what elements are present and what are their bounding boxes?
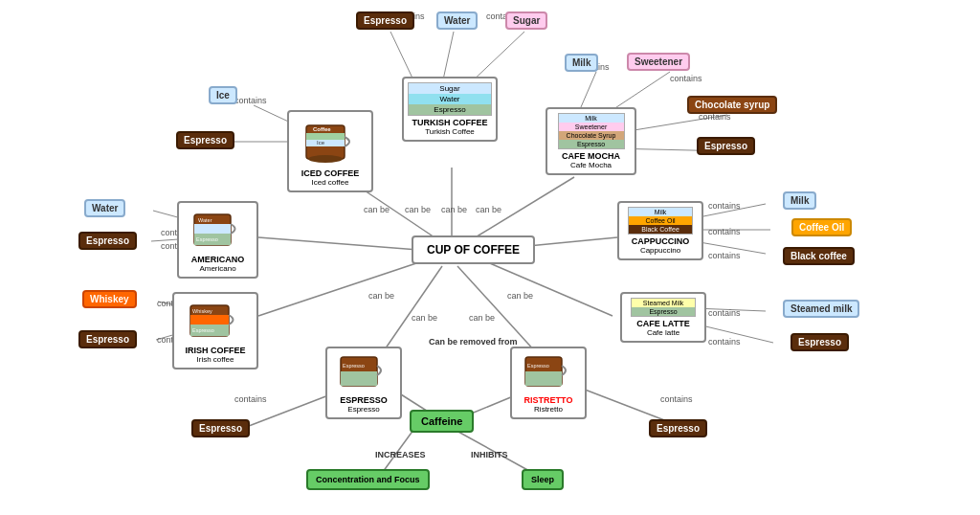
- svg-text:contains: contains: [234, 96, 267, 105]
- cafe-mocha-node: Milk Sweetener Chocolate Syrup Espresso …: [546, 107, 636, 175]
- ristretto-node: Espresso RISTRETTO Ristretto: [510, 347, 587, 419]
- sleep-label: Sleep: [531, 475, 554, 484]
- svg-text:contains: contains: [670, 74, 702, 83]
- center-label: CUP OF COFFEE: [427, 243, 520, 257]
- svg-text:Espresso: Espresso: [196, 236, 218, 242]
- svg-line-13: [383, 426, 416, 472]
- espresso-tag-top: Espresso: [356, 11, 414, 30]
- milk-tag-mocha: Milk: [565, 54, 598, 72]
- svg-text:contains: contains: [234, 394, 267, 404]
- espresso-tag-irish: Espresso: [78, 330, 137, 348]
- cafe-latte-title: CAFE LATTE: [626, 319, 701, 328]
- svg-text:can be: can be: [405, 205, 431, 214]
- concentration-node: Concentration and Focus: [306, 469, 430, 490]
- iced-coffee-subtitle: Iced coffee: [293, 178, 368, 187]
- svg-rect-80: [341, 371, 377, 386]
- irish-coffee-subtitle: Irish coffee: [178, 355, 253, 364]
- svg-line-14: [448, 426, 531, 472]
- svg-line-5: [258, 258, 431, 316]
- svg-text:can be: can be: [476, 205, 501, 214]
- svg-line-6: [479, 258, 612, 316]
- americano-title: AMERICANO: [183, 255, 253, 264]
- sugar-tag-top: Sugar: [505, 11, 547, 30]
- milk-tag-cappuccino: Milk: [783, 191, 816, 210]
- ristretto-title: RISTRETTO: [516, 395, 581, 405]
- svg-rect-75: [190, 315, 229, 325]
- cafe-latte-subtitle: Cafe latte: [626, 328, 701, 337]
- svg-text:Espresso: Espresso: [192, 327, 214, 333]
- svg-rect-83: [525, 371, 562, 386]
- svg-text:can be: can be: [368, 291, 394, 301]
- espresso-subtitle: Espresso: [331, 405, 396, 414]
- sleep-node: Sleep: [522, 469, 564, 490]
- cappuccino-title: CAPPUCCINO: [623, 236, 698, 246]
- espresso-title: ESPRESSO: [331, 395, 396, 405]
- irish-coffee-title: IRISH COFFEE: [178, 346, 253, 355]
- turkish-coffee-node: Sugar Water Espresso TURKISH COFFEE Turk…: [402, 77, 498, 142]
- cappuccino-subtitle: Cappuccino: [623, 246, 698, 255]
- svg-rect-65: [306, 140, 345, 146]
- svg-text:INHIBITS: INHIBITS: [471, 450, 508, 459]
- espresso-node: Espresso ESPRESSO Espresso: [325, 347, 402, 419]
- concentration-label: Concentration and Focus: [316, 475, 420, 484]
- chocolate-syrup-tag: Chocolate syrup: [687, 96, 777, 114]
- espresso-tag-bottom-right: Espresso: [649, 419, 707, 437]
- svg-line-3: [258, 237, 431, 251]
- svg-rect-64: [306, 133, 345, 140]
- svg-line-7: [383, 266, 442, 352]
- svg-text:contains: contains: [708, 201, 741, 211]
- ristretto-subtitle: Ristretto: [516, 405, 581, 414]
- svg-text:Water: Water: [198, 217, 212, 223]
- svg-text:can be: can be: [364, 205, 390, 214]
- turkish-coffee-title: TURKISH COFFEE: [408, 118, 492, 127]
- svg-text:contains: contains: [708, 251, 741, 260]
- irish-coffee-node: Whiskey Espresso IRISH COFFEE Irish coff…: [172, 292, 258, 369]
- svg-text:Ice: Ice: [317, 140, 325, 146]
- svg-text:contains: contains: [660, 394, 693, 404]
- svg-line-2: [469, 177, 574, 241]
- svg-text:Coffee: Coffee: [313, 126, 331, 132]
- whiskey-tag: Whiskey: [82, 290, 137, 308]
- americano-node: Water Espresso AMERICANO Americano: [177, 201, 258, 279]
- svg-line-28: [694, 241, 766, 254]
- svg-point-66: [308, 155, 343, 163]
- iced-coffee-node: Coffee Ice ICED COFFEE Iced coffee: [287, 110, 373, 192]
- svg-text:can be: can be: [441, 205, 467, 214]
- svg-line-26: [694, 204, 766, 218]
- steamed-milk-tag: Steamed milk: [783, 300, 859, 318]
- svg-text:Whiskey: Whiskey: [192, 308, 212, 314]
- center-node: CUP OF COFFEE: [412, 235, 535, 264]
- svg-text:can be: can be: [507, 291, 533, 301]
- caffeine-node: Caffeine: [410, 410, 474, 433]
- sweetener-tag: Sweetener: [627, 53, 690, 71]
- svg-text:contains: contains: [708, 227, 741, 236]
- ice-tag: Ice: [209, 86, 237, 104]
- svg-text:contains: contains: [708, 337, 741, 347]
- svg-line-8: [457, 266, 536, 352]
- black-coffee-tag: Black coffee: [783, 247, 855, 265]
- espresso-tag-iced: Espresso: [176, 131, 234, 149]
- espresso-tag-mocha: Espresso: [697, 137, 755, 155]
- water-tag-top: Water: [436, 11, 478, 30]
- cappuccino-node: Milk Coffee Oil Black Coffee CAPPUCCINO …: [617, 201, 703, 260]
- svg-text:can be: can be: [412, 313, 437, 323]
- cafe-mocha-title: CAFE MOCHA: [551, 151, 631, 161]
- svg-text:Espresso: Espresso: [343, 363, 365, 369]
- svg-text:Can be removed from: Can be removed from: [429, 337, 518, 347]
- cafe-mocha-subtitle: Cafe Mocha: [551, 161, 631, 169]
- espresso-tag-americano: Espresso: [78, 232, 137, 250]
- espresso-tag-latte: Espresso: [791, 333, 849, 351]
- coffee-oil-tag: Coffee Oil: [791, 218, 852, 236]
- svg-text:INCREASES: INCREASES: [375, 450, 426, 459]
- turkish-coffee-subtitle: Turkish Coffee: [408, 127, 492, 136]
- americano-subtitle: Americano: [183, 264, 253, 273]
- espresso-tag-bottom-left: Espresso: [191, 419, 250, 437]
- svg-text:contains: contains: [708, 308, 741, 318]
- svg-rect-70: [194, 224, 231, 234]
- cafe-latte-node: Steamed Milk Espresso CAFE LATTE Cafe la…: [620, 292, 706, 343]
- iced-coffee-title: ICED COFFEE: [293, 168, 368, 178]
- caffeine-label: Caffeine: [421, 415, 462, 427]
- svg-text:Espresso: Espresso: [527, 363, 549, 369]
- water-tag-americano: Water: [84, 199, 125, 217]
- svg-text:can be: can be: [469, 313, 495, 323]
